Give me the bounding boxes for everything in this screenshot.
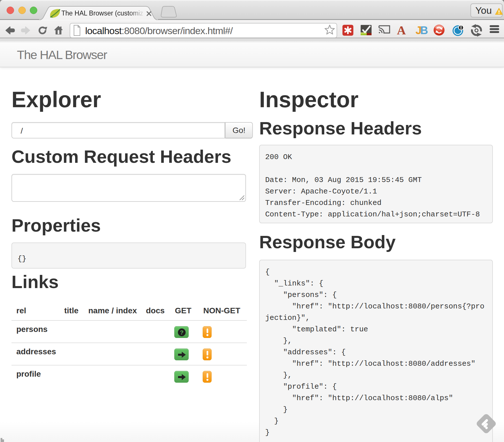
svg-text:A: A [397, 24, 406, 37]
svg-text:?: ? [180, 329, 184, 336]
svg-text:B: B [420, 24, 428, 36]
